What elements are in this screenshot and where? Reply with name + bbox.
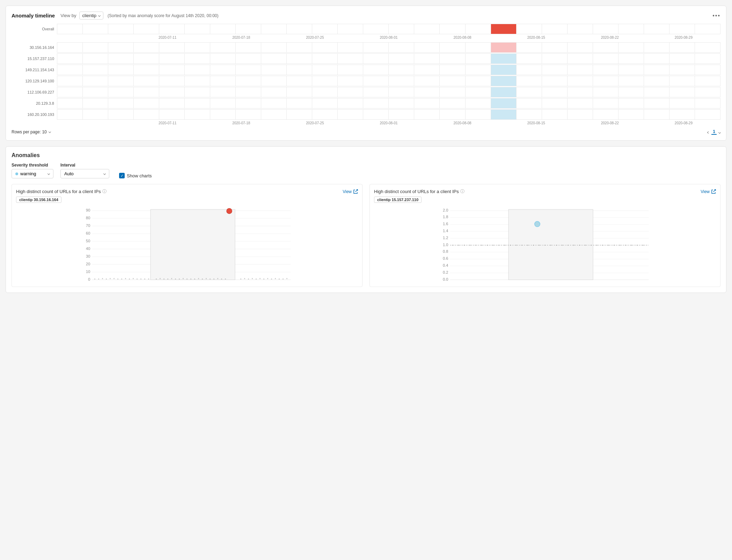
svg-point-36 [156, 278, 157, 279]
external-link-icon-0 [353, 189, 358, 194]
svg-text:0.4: 0.4 [443, 263, 448, 267]
cell-3[interactable] [108, 24, 134, 34]
cell-9[interactable] [261, 24, 287, 34]
ip-label-2: 149.211.154.143 [12, 68, 57, 72]
ip-row-1: 15.157.237.110 [12, 53, 720, 64]
svg-point-58 [252, 278, 253, 279]
svg-text:20: 20 [86, 262, 90, 266]
chart-title-text-0: High distinct count of URLs for a client… [16, 189, 101, 194]
svg-point-62 [267, 278, 268, 279]
svg-text:90: 90 [86, 208, 90, 212]
cell-4[interactable] [134, 24, 159, 34]
cell-17[interactable] [466, 24, 491, 34]
svg-rect-20 [151, 209, 235, 280]
cell-15[interactable] [414, 24, 440, 34]
current-page: 1 [711, 129, 717, 135]
external-link-icon-1 [711, 189, 716, 194]
c[interactable] [57, 43, 83, 52]
rows-per-page-selector[interactable]: Rows per page: 10 [12, 130, 51, 134]
svg-point-51 [213, 278, 214, 279]
b-date-label-3: 2020-07-25 [278, 121, 352, 125]
severity-filter-group: Severity threshold warning [12, 163, 53, 178]
svg-point-107 [521, 245, 522, 246]
svg-point-31 [133, 278, 134, 279]
svg-text:40: 40 [86, 246, 90, 251]
panel-header: Anomaly timeline View by clientip (Sorte… [12, 12, 720, 20]
svg-point-68 [227, 208, 232, 214]
view-label-1: View [701, 189, 710, 194]
svg-point-49 [206, 278, 207, 279]
cell-1[interactable] [57, 24, 83, 34]
anomalies-panel: Anomalies Severity threshold warning Int… [6, 146, 726, 293]
svg-point-61 [263, 278, 264, 279]
chart-card-0: High distinct count of URLs for a client… [12, 184, 363, 287]
date-label-0 [57, 36, 131, 39]
svg-point-122 [608, 245, 609, 246]
cell-21[interactable] [568, 24, 593, 34]
cell-23[interactable] [618, 24, 644, 34]
severity-dropdown[interactable]: warning [12, 169, 53, 178]
chart-view-button-1[interactable]: View [701, 189, 716, 194]
info-icon-0[interactable]: ⓘ [102, 189, 107, 194]
svg-text:0.0: 0.0 [443, 277, 448, 281]
ip-label-3: 120.129.149.100 [12, 79, 57, 83]
svg-point-126 [631, 245, 632, 246]
interval-dropdown[interactable]: Auto [60, 169, 109, 178]
svg-point-35 [148, 278, 149, 279]
cell-24[interactable] [644, 24, 669, 34]
cell-7[interactable] [210, 24, 236, 34]
svg-point-50 [210, 278, 211, 279]
prev-page-button[interactable] [707, 129, 710, 135]
cell-8[interactable] [236, 24, 261, 34]
date-label-6: 2020-08-15 [499, 36, 573, 39]
svg-point-116 [573, 245, 574, 246]
chart-view-button-0[interactable]: View [343, 189, 358, 194]
cell-25[interactable] [669, 24, 695, 34]
show-charts-checkbox[interactable] [119, 173, 125, 178]
ip-badge-value-1: 15.157.237.110 [392, 198, 418, 202]
cell-11[interactable] [312, 24, 338, 34]
view-by-dropdown[interactable]: clientip [79, 12, 103, 20]
ip-rows-section: 30.156.16.164 15.157.237.110 149.211.154… [12, 42, 720, 120]
date-label-2: 2020-07-18 [204, 36, 278, 39]
svg-point-125 [625, 245, 626, 246]
b-date-label-4: 2020-08-01 [352, 121, 425, 125]
next-page-button[interactable] [718, 129, 720, 135]
svg-point-40 [171, 278, 172, 279]
svg-point-23 [102, 278, 103, 279]
svg-point-28 [121, 278, 122, 279]
info-icon-1[interactable]: ⓘ [460, 189, 464, 194]
chart-svg-1: 0.0 0.2 0.4 0.6 0.8 1.0 1.2 1.4 1.6 1.8 … [374, 206, 716, 282]
cell-2[interactable] [83, 24, 108, 34]
svg-point-66 [283, 278, 284, 279]
svg-point-33 [140, 278, 141, 279]
cell-20[interactable] [542, 24, 568, 34]
svg-point-115 [568, 245, 569, 246]
ip-label-0: 30.156.16.164 [12, 45, 57, 50]
overall-grid [57, 24, 720, 34]
svg-text:1.8: 1.8 [443, 215, 448, 219]
cell-anomaly-overall[interactable] [491, 24, 517, 34]
cell-14[interactable] [389, 24, 414, 34]
interval-label: Interval [60, 163, 109, 168]
cell-5[interactable] [159, 24, 185, 34]
cell-19[interactable] [517, 24, 542, 34]
cell-6[interactable] [185, 24, 210, 34]
show-charts-toggle-group: Show charts [119, 173, 152, 178]
svg-point-105 [510, 245, 511, 246]
svg-point-42 [179, 278, 180, 279]
ip-label-5: 20.129.3.8 [12, 101, 57, 105]
more-options-button[interactable]: ••• [712, 13, 720, 19]
cell-16[interactable] [440, 24, 465, 34]
cell-13[interactable] [363, 24, 389, 34]
anomaly-timeline-panel: Anomaly timeline View by clientip (Sorte… [6, 6, 726, 141]
ip-row-6: 160.20.100.193 [12, 109, 720, 120]
cell-26[interactable] [695, 24, 720, 34]
svg-point-103 [498, 245, 499, 246]
cell-12[interactable] [338, 24, 363, 34]
svg-point-119 [591, 245, 592, 246]
cell-22[interactable] [593, 24, 618, 34]
svg-text:60: 60 [86, 231, 90, 235]
cell-10[interactable] [287, 24, 312, 34]
svg-point-102 [492, 245, 493, 246]
